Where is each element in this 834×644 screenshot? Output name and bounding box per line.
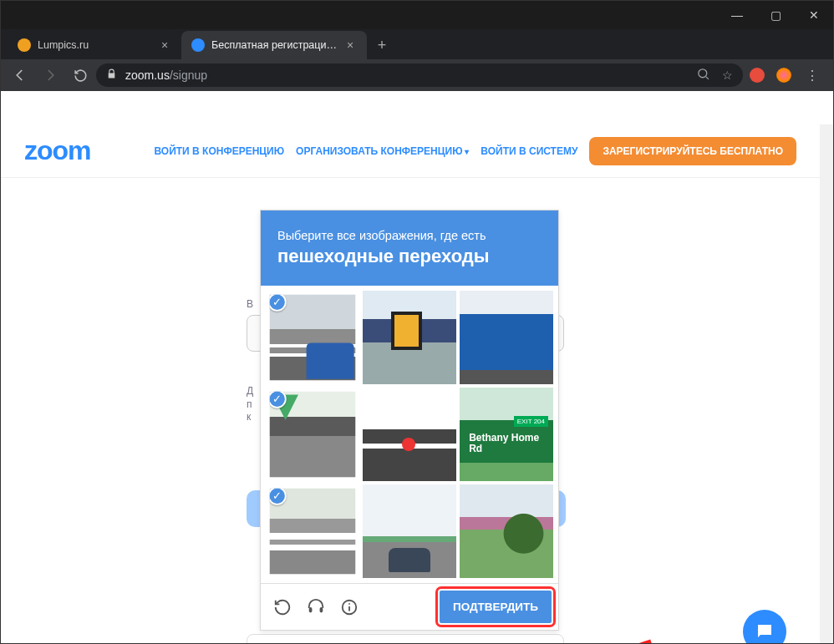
recaptcha-tile-8[interactable]	[460, 484, 553, 578]
recaptcha-tile-7[interactable]	[363, 484, 456, 578]
recaptcha-reload-icon[interactable]	[267, 592, 297, 622]
back-button[interactable]	[6, 63, 34, 87]
recaptcha-info-icon[interactable]	[334, 592, 364, 622]
nav-host-meeting[interactable]: ОРГАНИЗОВАТЬ КОНФЕРЕНЦИЮ	[296, 145, 469, 157]
window-title-bar: — ▢ ✕	[1, 1, 833, 29]
window-minimize[interactable]: —	[718, 1, 756, 29]
recaptcha-challenge: Выберите все изображения, где есть пешех…	[260, 210, 559, 631]
recaptcha-anchor-box	[247, 634, 564, 644]
recaptcha-image-grid: ✓ ✓ ✓	[261, 286, 558, 583]
recaptcha-header: Выберите все изображения, где есть пешех…	[261, 210, 558, 286]
recaptcha-tile-5[interactable]	[460, 388, 553, 481]
recaptcha-footer: ПОДТВЕРДИТЬ	[261, 583, 558, 630]
tab-title: Бесплатная регистрация - Zoom	[211, 39, 337, 51]
recaptcha-audio-icon[interactable]	[301, 592, 331, 622]
zoom-logo: zoom	[24, 135, 91, 166]
reload-button[interactable]	[66, 63, 94, 87]
svg-rect-1	[309, 607, 313, 612]
profile-avatar-icon[interactable]	[776, 68, 791, 83]
nav-join-meeting[interactable]: ВОЙТИ В КОНФЕРЕНЦИЮ	[154, 145, 284, 157]
recaptcha-instruction-line1: Выберите все изображения, где есть	[277, 229, 542, 242]
recaptcha-tile-0[interactable]: ✓	[269, 294, 355, 380]
recaptcha-tile-2[interactable]	[460, 291, 553, 384]
tab-close-icon[interactable]: ×	[158, 38, 171, 52]
zoom-site-header: zoom ВОЙТИ В КОНФЕРЕНЦИЮ ОРГАНИЗОВАТЬ КО…	[1, 124, 820, 178]
browser-toolbar: zoom.us/signup ☆ ⋮	[1, 59, 833, 91]
url-text: zoom.us/signup	[125, 68, 207, 82]
new-tab-button[interactable]: +	[370, 33, 394, 57]
recaptcha-instruction-target: пешеходные переходы	[277, 246, 542, 267]
browser-tab-lumpics[interactable]: Lumpics.ru ×	[8, 31, 181, 59]
recaptcha-tile-1[interactable]	[363, 291, 456, 384]
favicon-icon	[18, 38, 31, 52]
recaptcha-tile-6[interactable]: ✓	[269, 488, 355, 574]
forward-button	[36, 63, 64, 87]
browser-menu-button[interactable]: ⋮	[798, 63, 826, 87]
zoom-top-nav: ВОЙТИ В КОНФЕРЕНЦИЮ ОРГАНИЗОВАТЬ КОНФЕРЕ…	[154, 137, 796, 165]
window-close[interactable]: ✕	[795, 1, 833, 29]
lock-icon	[106, 68, 117, 82]
bookmark-star-icon[interactable]: ☆	[722, 68, 733, 82]
recaptcha-tile-3[interactable]: ✓	[269, 391, 355, 477]
svg-point-0	[699, 69, 707, 78]
extension-icon[interactable]	[750, 68, 765, 83]
recaptcha-verify-button[interactable]: ПОДТВЕРДИТЬ	[440, 591, 552, 623]
svg-rect-2	[320, 607, 323, 612]
svg-point-5	[348, 602, 350, 604]
tab-title: Lumpics.ru	[38, 39, 89, 51]
address-bar[interactable]: zoom.us/signup ☆	[96, 63, 743, 87]
translate-icon[interactable]	[696, 67, 710, 84]
window-maximize[interactable]: ▢	[756, 1, 795, 29]
recaptcha-tile-4[interactable]	[363, 388, 456, 481]
tab-close-icon[interactable]: ×	[343, 38, 357, 52]
chat-fab-button[interactable]	[743, 610, 786, 644]
nav-sign-in[interactable]: ВОЙТИ В СИСТЕМУ	[481, 145, 577, 157]
favicon-icon	[191, 38, 205, 52]
browser-tab-strip: Lumpics.ru × Бесплатная регистрация - Zo…	[1, 29, 833, 59]
browser-tab-zoom-signup[interactable]: Бесплатная регистрация - Zoom ×	[181, 31, 367, 59]
page-viewport: zoom ВОЙТИ В КОНФЕРЕНЦИЮ ОРГАНИЗОВАТЬ КО…	[1, 91, 833, 644]
annotation-arrow-icon	[559, 637, 659, 644]
nav-sign-up-free-button[interactable]: ЗАРЕГИСТРИРУЙТЕСЬ БЕСПЛАТНО	[589, 137, 796, 165]
